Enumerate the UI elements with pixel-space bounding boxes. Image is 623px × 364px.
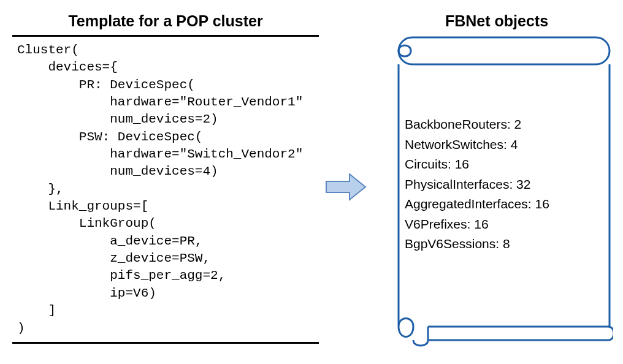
item-label: BackboneRouters bbox=[405, 117, 507, 131]
list-item: BackboneRouters: 2 bbox=[405, 115, 595, 135]
item-label: Circuits bbox=[405, 157, 448, 171]
arrow-wrap bbox=[325, 12, 368, 202]
item-value: 16 bbox=[535, 197, 549, 211]
template-code: Cluster( devices={ PR: DeviceSpec( hardw… bbox=[12, 39, 319, 344]
item-value: 32 bbox=[516, 177, 530, 191]
list-item: Circuits: 16 bbox=[405, 154, 595, 175]
item-value: 8 bbox=[503, 237, 510, 251]
item-value: 4 bbox=[511, 137, 518, 151]
item-value: 16 bbox=[455, 157, 469, 171]
item-label: PhysicalInterfaces bbox=[405, 177, 509, 191]
item-label: AggregatedInterfaces bbox=[405, 197, 528, 211]
list-item: V6Prefixes: 16 bbox=[405, 214, 595, 235]
list-item: PhysicalInterfaces: 32 bbox=[405, 175, 595, 195]
list-item: BgpV6Sessions: 8 bbox=[405, 234, 595, 254]
item-label: V6Prefixes bbox=[405, 217, 467, 231]
svg-rect-1 bbox=[399, 37, 610, 64]
diagram-container: Template for a POP cluster Cluster( devi… bbox=[12, 12, 611, 354]
template-title: Template for a POP cluster bbox=[12, 12, 319, 37]
template-panel: Template for a POP cluster Cluster( devi… bbox=[12, 12, 319, 344]
scroll-wrap: BackboneRouters: 2 NetworkSwitches: 4 Ci… bbox=[380, 35, 613, 354]
list-item: AggregatedInterfaces: 16 bbox=[405, 194, 595, 214]
item-value: 16 bbox=[474, 217, 488, 231]
fbnet-title: FBNet objects bbox=[445, 12, 548, 35]
list-item: NetworkSwitches: 4 bbox=[405, 135, 595, 155]
fbnet-panel: FBNet objects BackboneRouters: 2 Network… bbox=[374, 12, 619, 354]
fbnet-list: BackboneRouters: 2 NetworkSwitches: 4 Ci… bbox=[405, 115, 595, 254]
item-label: BgpV6Sessions bbox=[405, 237, 495, 251]
svg-marker-0 bbox=[326, 174, 365, 200]
item-value: 2 bbox=[514, 117, 522, 131]
item-label: NetworkSwitches bbox=[405, 137, 503, 151]
arrow-icon bbox=[325, 172, 368, 202]
